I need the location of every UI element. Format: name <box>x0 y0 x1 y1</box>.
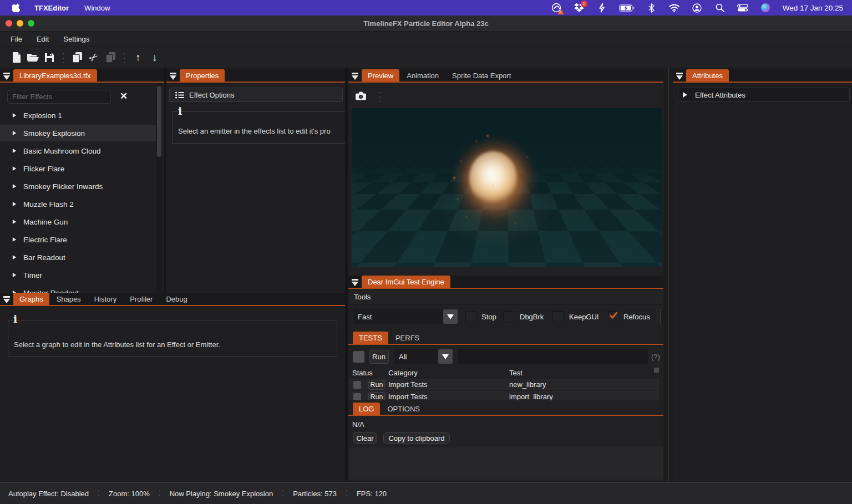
tab-perfs[interactable]: PERFS <box>389 332 425 344</box>
table-header-category[interactable]: Category <box>388 369 418 377</box>
expand-triangle-icon[interactable] <box>13 255 16 259</box>
table-header-test[interactable]: Test <box>509 369 523 377</box>
expand-triangle-icon[interactable] <box>13 237 16 242</box>
copy-button[interactable] <box>69 50 85 65</box>
macos-app-name[interactable]: TFXEditor <box>27 4 77 12</box>
bluetooth-icon[interactable] <box>646 2 657 13</box>
collapse-panel-icon[interactable] <box>166 69 180 82</box>
expand-triangle-icon[interactable] <box>13 220 16 224</box>
effect-list-item[interactable]: Explosion 1 <box>0 107 156 124</box>
log-output-area[interactable] <box>348 447 663 480</box>
move-down-button[interactable]: ↓ <box>146 50 163 65</box>
menu-tools[interactable]: Tools <box>348 293 376 301</box>
expand-triangle-icon[interactable] <box>683 92 687 98</box>
collapse-panel-icon[interactable] <box>348 69 362 82</box>
copy-to-clipboard-button[interactable]: Copy to clipboard <box>383 432 450 444</box>
tab-properties[interactable]: Properties <box>180 69 225 82</box>
expand-triangle-icon[interactable] <box>13 131 16 135</box>
table-row[interactable]: Run Import Tests import_library <box>348 391 659 400</box>
lightning-icon[interactable] <box>596 2 607 13</box>
menu-settings[interactable]: Settings <box>56 32 97 47</box>
move-up-button[interactable]: ↑ <box>130 50 146 65</box>
row-status-box[interactable] <box>353 381 361 389</box>
library-scrollbar-track[interactable] <box>156 84 162 293</box>
tab-debug[interactable]: Debug <box>160 293 193 305</box>
apple-menu-icon[interactable] <box>0 3 27 13</box>
expand-triangle-icon[interactable] <box>13 149 16 153</box>
account-icon[interactable] <box>692 2 703 13</box>
macos-menu-window[interactable]: Window <box>77 4 118 12</box>
collapse-panel-icon[interactable] <box>348 276 362 288</box>
table-scrollbar-nub[interactable] <box>654 368 659 373</box>
combo-arrow-button[interactable] <box>443 309 458 324</box>
effect-options-header[interactable]: Effect Options <box>169 88 343 102</box>
new-file-button[interactable] <box>8 50 24 65</box>
collapse-panel-icon[interactable] <box>0 293 13 305</box>
expand-triangle-icon[interactable] <box>13 273 16 277</box>
menu-edit[interactable]: Edit <box>29 32 56 47</box>
expand-triangle-icon[interactable] <box>13 184 16 189</box>
dbgbrk-checkbox[interactable] <box>503 311 514 322</box>
effect-list-item[interactable]: Timer <box>0 267 156 283</box>
collapse-panel-icon[interactable] <box>673 69 686 82</box>
preview-viewport[interactable] <box>352 108 662 267</box>
expand-triangle-icon[interactable] <box>13 113 16 118</box>
open-file-button[interactable] <box>24 50 41 65</box>
run-status-box[interactable] <box>353 351 364 363</box>
tab-graphs[interactable]: Graphs <box>13 293 49 305</box>
effect-list-item[interactable]: Basic Mushroom Cloud <box>0 142 156 159</box>
keepgui-checkbox[interactable] <box>552 311 564 322</box>
refocus-checkbox[interactable] <box>608 311 619 322</box>
help-hint[interactable]: (?) <box>651 353 660 361</box>
effect-list-item-selected[interactable]: Smokey Explosion <box>0 125 156 141</box>
speed-combo[interactable]: Fast <box>353 309 458 324</box>
save-file-button[interactable] <box>41 50 58 65</box>
effect-list-item[interactable]: Electric Flare <box>0 231 156 248</box>
paste-button[interactable] <box>102 50 119 65</box>
effect-list-item[interactable]: Bar Readout <box>0 249 156 266</box>
wifi-icon[interactable] <box>669 2 680 13</box>
library-scrollbar-thumb[interactable] <box>157 86 161 157</box>
tab-library-file[interactable]: LibraryExamples3d.tfx <box>13 69 97 82</box>
expand-triangle-icon[interactable] <box>13 166 16 171</box>
table-header-status[interactable]: Status <box>352 369 373 377</box>
battery-icon[interactable] <box>619 2 635 13</box>
filter-effects-input[interactable] <box>7 90 111 104</box>
clear-log-button[interactable]: Clear <box>353 432 377 444</box>
creative-cloud-icon[interactable]: ! <box>551 2 562 13</box>
tab-dear-imgui-test-engine[interactable]: Dear ImGui Test Engine <box>362 276 450 288</box>
stop-checkbox[interactable] <box>465 311 476 322</box>
tab-animation[interactable]: Animation <box>400 69 445 82</box>
tab-sprite-data-export[interactable]: Sprite Data Export <box>446 69 517 82</box>
effect-attributes-header[interactable]: Effect Attributes <box>678 88 850 102</box>
row-status-box[interactable] <box>353 393 361 401</box>
menu-file[interactable]: File <box>3 32 29 47</box>
run-filter-combo[interactable]: All <box>394 349 453 364</box>
tab-tests[interactable]: TESTS <box>353 332 388 344</box>
tab-options[interactable]: OPTIONS <box>381 403 426 415</box>
expand-triangle-icon[interactable] <box>13 202 16 206</box>
dropbox-icon[interactable]: 1 <box>574 2 585 13</box>
effect-list-item[interactable]: Muzzle Flash 2 <box>0 196 156 212</box>
siri-icon[interactable] <box>760 2 771 13</box>
tab-preview[interactable]: Preview <box>362 69 399 82</box>
test-filter-input[interactable] <box>458 349 648 364</box>
control-center-icon[interactable] <box>737 2 748 13</box>
clear-filter-icon[interactable]: ✕ <box>120 90 128 102</box>
effect-list-item[interactable]: Flicker Flare <box>0 160 156 177</box>
tab-profiler[interactable]: Profiler <box>124 293 159 305</box>
screenshot-camera-button[interactable] <box>356 91 366 100</box>
table-row[interactable]: Run Import Tests new_library <box>348 379 659 390</box>
row-run-button[interactable]: Run <box>368 392 385 401</box>
cut-button[interactable]: ✂ <box>85 50 102 65</box>
effect-list-item[interactable]: Smokey Flicker Inwards <box>0 178 156 195</box>
tab-attributes[interactable]: Attributes <box>686 69 729 82</box>
effect-list-item[interactable]: Machine Gun <box>0 213 156 230</box>
tab-log[interactable]: LOG <box>353 403 380 415</box>
collapse-panel-icon[interactable] <box>0 69 13 82</box>
combo-arrow-button[interactable] <box>438 349 453 364</box>
row-run-button[interactable]: Run <box>368 380 385 390</box>
tab-history[interactable]: History <box>88 293 123 305</box>
search-icon[interactable] <box>714 2 726 13</box>
run-button[interactable]: Run <box>369 350 389 364</box>
